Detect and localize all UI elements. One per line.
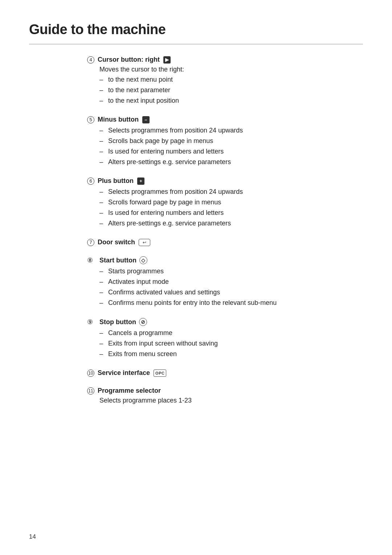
section-heading-cursor-right: 4 Cursor button: right ▶ <box>87 56 334 64</box>
section-cursor-right: 4 Cursor button: right ▶ Moves the curso… <box>87 56 334 106</box>
section-number-door-switch: 7 <box>87 239 94 246</box>
section-number-programme: 11 <box>87 387 94 395</box>
list-item: Cancels a programme <box>99 328 334 338</box>
section-heading-minus: 5 Minus button – <box>87 116 334 123</box>
stop-list: Cancels a programme Exits from input scr… <box>99 328 334 359</box>
section-label-service: Service interface <box>98 369 150 377</box>
cursor-right-intro: Moves the cursor to the right: to the ne… <box>87 66 334 106</box>
section-number-service: 10 <box>87 370 94 377</box>
cursor-right-list: to the next menu point to the next param… <box>99 75 334 106</box>
section-label-plus: Plus button <box>98 177 134 185</box>
list-item: Is used for entering numbers and letters <box>99 208 334 218</box>
list-item: Exits from input screen without saving <box>99 339 334 348</box>
section-number-plus: 6 <box>87 177 94 185</box>
section-service-interface: 10 Service interface OPC <box>87 369 334 377</box>
section-start-button: ⑧ Start button ◇ Starts programmes Activ… <box>87 256 334 308</box>
section-stop-button: ⑨ Stop button ⊘ Cancels a programme Exit… <box>87 318 334 359</box>
section-heading-start: ⑧ Start button ◇ <box>87 256 334 264</box>
section-number-stop: ⑨ <box>87 318 99 326</box>
door-switch-icon: ↩ <box>139 239 150 246</box>
section-label-door-switch: Door switch <box>98 238 135 246</box>
section-heading-stop: ⑨ Stop button ⊘ <box>87 318 334 326</box>
list-item: Scrolls forward page by page in menus <box>99 197 334 207</box>
section-label-minus: Minus button <box>98 116 139 123</box>
list-item: Selects programmes from position 24 upwa… <box>99 187 334 197</box>
list-item: Selects programmes from position 24 upwa… <box>99 126 334 135</box>
list-item: to the next parameter <box>99 85 334 95</box>
start-list: Starts programmes Activates input mode C… <box>99 266 334 308</box>
opc-icon: OPC <box>154 370 166 377</box>
page-number: 14 <box>29 533 36 540</box>
page-container: Guide to the machine 4 Cursor button: ri… <box>0 0 392 436</box>
page-title: Guide to the machine <box>29 22 363 37</box>
list-item: Confirms activated values and settings <box>99 287 334 297</box>
stop-content: Cancels a programme Exits from input scr… <box>87 328 334 359</box>
section-minus: 5 Minus button – Selects programmes from… <box>87 116 334 167</box>
list-item: Confirms menu points for entry into the … <box>99 298 334 308</box>
list-item: Exits from menu screen <box>99 349 334 359</box>
list-item: Scrolls back page by page in menus <box>99 136 334 146</box>
section-number-cursor-right: 4 <box>87 56 94 64</box>
programme-content: Selects programme places 1-23 <box>87 397 334 404</box>
section-heading-service: 10 Service interface OPC <box>87 369 334 377</box>
section-number-minus: 5 <box>87 116 94 123</box>
section-number-start: ⑧ <box>87 256 99 264</box>
cursor-right-intro-text: Moves the cursor to the right: <box>99 66 334 73</box>
section-label-programme: Programme selector <box>98 387 161 395</box>
list-item: Alters pre-settings e.g. service paramet… <box>99 157 334 167</box>
list-item: Starts programmes <box>99 266 334 276</box>
stop-button-icon: ⊘ <box>139 318 147 326</box>
minus-content: Selects programmes from position 24 upwa… <box>87 126 334 167</box>
plus-icon: + <box>137 177 144 185</box>
plus-content: Selects programmes from position 24 upwa… <box>87 187 334 228</box>
list-item: Alters pre-settings e.g. service paramet… <box>99 219 334 228</box>
plus-list: Selects programmes from position 24 upwa… <box>99 187 334 228</box>
list-item: Is used for entering numbers and letters <box>99 147 334 156</box>
section-programme-selector: 11 Programme selector Selects programme … <box>87 387 334 404</box>
cursor-right-icon: ▶ <box>163 56 171 64</box>
section-label-start: Start button ◇ <box>99 256 147 264</box>
section-heading-plus: 6 Plus button + <box>87 177 334 185</box>
content-area: 4 Cursor button: right ▶ Moves the curso… <box>29 56 363 404</box>
list-item: Activates input mode <box>99 277 334 287</box>
section-heading-door-switch: 7 Door switch ↩ <box>87 238 334 246</box>
list-item: to the next input position <box>99 96 334 106</box>
section-door-switch: 7 Door switch ↩ <box>87 238 334 246</box>
minus-icon: – <box>142 116 150 123</box>
section-label-cursor-right: Cursor button: right <box>98 56 160 64</box>
section-plus: 6 Plus button + Selects programmes from … <box>87 177 334 228</box>
section-label-stop: Stop button ⊘ <box>99 318 147 326</box>
start-content: Starts programmes Activates input mode C… <box>87 266 334 308</box>
start-button-icon: ◇ <box>139 256 147 264</box>
programme-intro-text: Selects programme places 1-23 <box>99 397 334 404</box>
minus-list: Selects programmes from position 24 upwa… <box>99 126 334 167</box>
list-item: to the next menu point <box>99 75 334 85</box>
title-divider <box>29 44 363 44</box>
section-heading-programme: 11 Programme selector <box>87 387 334 395</box>
